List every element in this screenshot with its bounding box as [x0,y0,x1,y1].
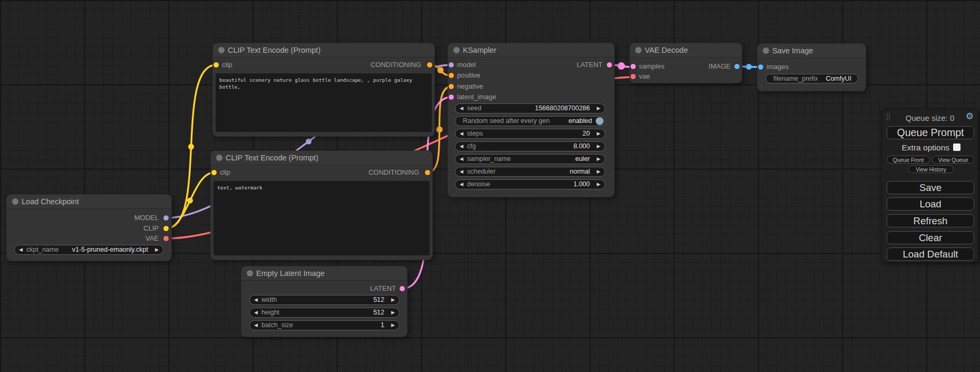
output-dot-conditioning[interactable] [426,62,433,68]
node-title-bar[interactable]: Save Image [758,44,866,58]
refresh-button[interactable]: Refresh [887,214,974,227]
widget-ckpt-name[interactable]: ckpt_name v1-5-pruned-emaonly.ckpt [14,245,163,255]
right-arrow-icon[interactable] [597,142,600,151]
load-button[interactable]: Load [887,197,974,211]
node-empty-latent-image[interactable]: Empty Latent Image LATENT width 512 heig… [241,266,407,337]
node-title-bar[interactable]: Load Checkpoint [7,195,171,209]
left-arrow-icon[interactable] [460,155,463,164]
save-button[interactable]: Save [887,181,974,194]
view-history-button[interactable]: View History [908,165,954,173]
output-dot-latent[interactable] [399,285,405,292]
left-arrow-icon[interactable] [19,245,23,254]
input-dot-positive[interactable] [448,72,454,79]
output-dot-clip[interactable] [163,225,169,232]
input-dot-vae[interactable] [630,73,636,80]
left-arrow-icon[interactable] [254,321,258,330]
right-arrow-icon[interactable] [391,308,395,317]
input-dot-clip[interactable] [213,62,219,68]
widget-value: v1-5-pruned-emaonly.ckpt [72,245,148,254]
link-midpoint-dot [746,64,752,70]
input-label-samples: samples [639,62,664,71]
output-dot-vae[interactable] [163,235,169,242]
widget-denoise[interactable]: denoise 1.000 [455,179,605,189]
node-title-bar[interactable]: CLIP Text Encode (Prompt) [213,43,434,58]
left-arrow-icon[interactable] [460,142,463,151]
node-title-bar[interactable]: Empty Latent Image [241,266,407,281]
positive-prompt-textarea[interactable]: beautiful scenery nature glass bottle la… [216,73,432,132]
node-clip-text-encode-positive[interactable]: CLIP Text Encode (Prompt) clip CONDITION… [213,43,434,136]
negative-prompt-textarea[interactable]: text, watermark [214,181,430,255]
widget-filename-prefix[interactable]: filename_prefix ComfyUI [765,74,858,83]
output-dot-model[interactable] [163,215,169,221]
node-title-bar[interactable]: CLIP Text Encode (Prompt) [211,151,432,165]
widget-random-seed-toggle[interactable]: Random seed after every gen enabled [455,116,605,126]
settings-gear-icon[interactable]: ⚙ [966,112,974,121]
node-ksampler[interactable]: KSampler model positive negative latent_… [448,43,614,197]
output-label-conditioning: CONDITIONING [371,61,421,69]
node-save-image[interactable]: Save Image images filename_prefix ComfyU… [758,44,866,91]
node-clip-text-encode-negative[interactable]: CLIP Text Encode (Prompt) clip CONDITION… [211,151,432,260]
widget-value: ComfyUI [826,74,851,83]
widget-value: normal [570,167,590,176]
collapse-dot-icon[interactable] [218,47,225,53]
toggle-dot-icon[interactable] [596,117,604,125]
left-arrow-icon[interactable] [254,308,258,317]
collapse-dot-icon[interactable] [635,47,642,53]
right-arrow-icon[interactable] [155,245,159,254]
right-arrow-icon[interactable] [391,295,395,304]
output-label-latent: LATENT [577,61,603,69]
widget-width[interactable]: width 512 [249,295,400,305]
widget-label: height [261,308,279,317]
collapse-dot-icon[interactable] [453,47,460,53]
collapse-dot-icon[interactable] [12,198,18,205]
right-arrow-icon[interactable] [597,180,600,189]
node-title-bar[interactable]: VAE Decode [630,43,742,58]
widget-sampler-name[interactable]: sampler_name euler [455,154,605,164]
input-dot-model[interactable] [448,62,454,68]
widget-value: 512 [373,295,384,304]
input-dot-clip[interactable] [211,169,217,176]
load-default-button[interactable]: Load Default [887,247,974,261]
node-vae-decode[interactable]: VAE Decode samples vae IMAGE [630,43,742,83]
input-dot-negative[interactable] [448,83,454,90]
input-label-clip: clip [220,168,230,177]
input-dot-samples[interactable] [630,63,636,70]
queue-prompt-button[interactable]: Queue Prompt [887,126,974,139]
extra-options-checkbox[interactable] [953,144,960,151]
widget-cfg[interactable]: cfg 8.000 [455,141,605,151]
widget-scheduler[interactable]: scheduler normal [455,167,605,177]
input-dot-images[interactable] [758,64,764,70]
left-arrow-icon[interactable] [460,167,463,176]
right-arrow-icon[interactable] [597,155,600,164]
clear-button[interactable]: Clear [887,231,974,244]
output-dot-image[interactable] [734,63,740,70]
left-arrow-icon[interactable] [254,295,258,304]
node-graph-canvas[interactable]: Load Checkpoint MODEL CLIP VAE ckpt_name… [0,0,980,372]
queue-front-button[interactable]: Queue Front [887,156,930,164]
node-title-bar[interactable]: KSampler [448,43,614,58]
right-arrow-icon[interactable] [597,167,600,176]
queue-panel: ⣿ Queue size: 0 ⚙ Queue Prompt Extra opt… [881,109,978,263]
right-arrow-icon[interactable] [391,321,395,330]
collapse-dot-icon[interactable] [247,270,253,276]
view-queue-button[interactable]: View Queue [932,156,974,164]
output-dot-latent[interactable] [606,62,613,68]
collapse-dot-icon[interactable] [216,155,222,161]
right-arrow-icon[interactable] [597,104,600,113]
right-arrow-icon[interactable] [597,129,600,138]
widget-value: 512 [373,308,384,317]
node-load-checkpoint[interactable]: Load Checkpoint MODEL CLIP VAE ckpt_name… [7,195,171,261]
left-arrow-icon[interactable] [460,129,463,138]
wire-clip-to-negative-prompt [166,173,214,228]
output-dot-conditioning[interactable] [424,169,431,176]
left-arrow-icon[interactable] [460,180,463,189]
left-arrow-icon[interactable] [460,104,463,113]
input-dot-latent-image[interactable] [448,94,454,100]
collapse-dot-icon[interactable] [763,47,769,54]
node-title: CLIP Text Encode (Prompt) [226,154,318,162]
output-label-latent: LATENT [370,284,396,293]
widget-steps[interactable]: steps 20 [455,129,605,139]
widget-seed[interactable]: seed 156680208700286 [455,103,605,113]
widget-batch-size[interactable]: batch_size 1 [249,320,400,330]
widget-height[interactable]: height 512 [249,308,400,318]
